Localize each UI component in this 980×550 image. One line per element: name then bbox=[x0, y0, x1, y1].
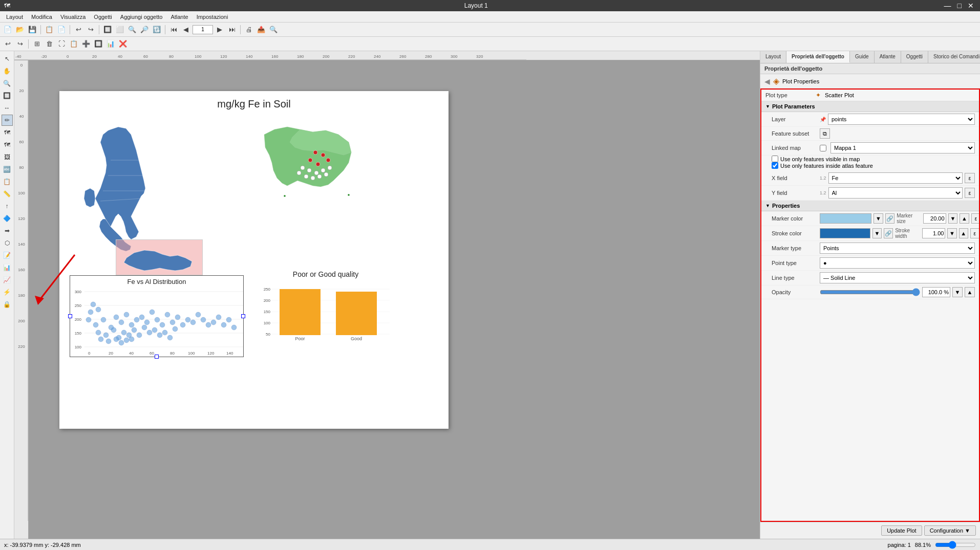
marker-type-select[interactable]: Points bbox=[820, 243, 975, 254]
marker-color-dropdown[interactable]: ▼ bbox=[874, 213, 883, 224]
add-node-tool[interactable]: ⬡ bbox=[2, 237, 13, 249]
tab-layout[interactable]: Layout bbox=[760, 51, 786, 63]
add-html-tool[interactable]: 📝 bbox=[2, 250, 13, 261]
x-field-select[interactable]: Fe bbox=[828, 172, 963, 184]
stroke-width-expr[interactable]: ε bbox=[970, 228, 979, 238]
layer-select[interactable]: points bbox=[828, 114, 975, 125]
tab-atlante[interactable]: Atlante bbox=[875, 51, 901, 63]
opacity-dec[interactable]: ▼ bbox=[952, 287, 963, 297]
add-scalebar-tool[interactable]: 📏 bbox=[2, 188, 13, 200]
add-northarrow-tool[interactable]: ↑ bbox=[2, 201, 13, 212]
redo-button[interactable]: ↪ bbox=[85, 24, 96, 35]
add-attribute-table-tool[interactable]: 📊 bbox=[2, 262, 13, 273]
opacity-inc[interactable]: ▲ bbox=[965, 287, 975, 297]
atlas-feature-checkbox[interactable] bbox=[772, 162, 778, 169]
move-content-tool[interactable]: ↔ bbox=[2, 102, 13, 114]
zoom-full-button[interactable]: 🔲 bbox=[102, 24, 113, 35]
align-button[interactable]: ➕ bbox=[80, 38, 92, 50]
menu-oggetti[interactable]: Oggetti bbox=[90, 13, 116, 21]
menu-aggiungi[interactable]: Aggiungi oggetto bbox=[116, 13, 167, 21]
print-button[interactable]: 🖨 bbox=[243, 24, 254, 35]
group-button[interactable]: ⊞ bbox=[31, 38, 42, 50]
zoom-layer-button[interactable]: ⬜ bbox=[114, 24, 125, 35]
add-3dmap-tool[interactable]: 🗺 bbox=[2, 139, 13, 150]
atlas-prev-button[interactable]: ◀ bbox=[180, 24, 191, 35]
update-plot-button[interactable]: Update Plot bbox=[881, 525, 922, 536]
open-button[interactable]: 📂 bbox=[14, 24, 26, 35]
tab-oggetti[interactable]: Oggetti bbox=[901, 51, 928, 63]
add-label-tool[interactable]: 🔤 bbox=[2, 164, 13, 175]
zoom-in-button[interactable]: 🔎 bbox=[139, 24, 150, 35]
canvas-scroll[interactable]: mg/kg Fe in Soil bbox=[29, 60, 760, 539]
linked-map-checkbox[interactable] bbox=[820, 145, 826, 151]
back-arrow-icon[interactable]: ◀ bbox=[764, 77, 770, 85]
lock-button[interactable]: 📊 bbox=[105, 38, 116, 50]
zoom-select-button[interactable]: 🔍 bbox=[126, 24, 138, 35]
add-elevation-tool[interactable]: ⚡ bbox=[2, 287, 13, 298]
maximize-button[interactable]: □ bbox=[955, 2, 964, 10]
stroke-color-link[interactable]: 🔗 bbox=[884, 228, 893, 238]
menu-layout[interactable]: Layout bbox=[2, 13, 27, 21]
stroke-width-dec[interactable]: ▼ bbox=[947, 228, 956, 238]
new-button[interactable]: 📄 bbox=[2, 24, 13, 35]
menu-modifica[interactable]: Modifica bbox=[27, 13, 56, 21]
feature-subset-btn[interactable]: ⧉ bbox=[820, 128, 830, 139]
zoom-slider[interactable] bbox=[935, 541, 976, 549]
stroke-width-input[interactable]: 1.00 bbox=[922, 228, 945, 238]
linked-map-select[interactable]: Mappa 1 bbox=[830, 142, 975, 153]
close-path-tool[interactable]: 🔒 bbox=[2, 299, 13, 310]
save-button[interactable]: 💾 bbox=[27, 24, 38, 35]
marker-color-btn[interactable] bbox=[820, 213, 871, 224]
ungroup-button[interactable]: 🗑 bbox=[44, 38, 55, 50]
x-field-expr-btn[interactable]: ε bbox=[965, 173, 975, 183]
marker-size-inc[interactable]: ▲ bbox=[960, 213, 969, 224]
atlas-last-button[interactable]: ⏭ bbox=[226, 24, 238, 35]
y-field-select[interactable]: Al bbox=[828, 187, 963, 199]
scatter-handle-left[interactable] bbox=[68, 314, 72, 318]
visible-in-map-checkbox[interactable] bbox=[772, 156, 778, 162]
select-tool[interactable]: ↖ bbox=[2, 53, 13, 64]
atlas-next-button[interactable]: ▶ bbox=[214, 24, 225, 35]
scatter-plot-container[interactable]: Fe vs Al Distribution 300 250 200 150 10… bbox=[70, 275, 244, 357]
line-type-select[interactable]: — Solid Line bbox=[820, 272, 975, 283]
delete-button[interactable]: ❌ bbox=[117, 38, 129, 50]
atlas-first-button[interactable]: ⏮ bbox=[168, 24, 179, 35]
stroke-color-btn[interactable] bbox=[820, 228, 870, 238]
zoom-tool[interactable]: 🔍 bbox=[2, 78, 13, 89]
marker-size-expr[interactable]: ε bbox=[971, 213, 980, 224]
undo-button[interactable]: ↩ bbox=[73, 24, 84, 35]
distribute-button[interactable]: 🔲 bbox=[93, 38, 104, 50]
tab-guide[interactable]: Guide bbox=[850, 51, 875, 63]
add-map-tool[interactable]: 🗺 bbox=[2, 127, 13, 138]
add-shape-tool[interactable]: 🔷 bbox=[2, 213, 13, 224]
select-features-tool[interactable]: 🔲 bbox=[2, 90, 13, 101]
section-plot-parameters[interactable]: ▼ Plot Parameters bbox=[761, 101, 979, 112]
raise-button[interactable]: ⛶ bbox=[56, 38, 67, 50]
marker-size-input[interactable]: 20.00 bbox=[923, 213, 946, 224]
opacity-slider[interactable] bbox=[820, 288, 920, 296]
add-legend-tool[interactable]: 📋 bbox=[2, 176, 13, 187]
menu-impostazioni[interactable]: Impostazioni bbox=[193, 13, 232, 21]
marker-color-link[interactable]: 🔗 bbox=[885, 213, 895, 224]
minimize-button[interactable]: — bbox=[942, 2, 953, 10]
select-all-button[interactable]: ↩ bbox=[2, 38, 13, 50]
page-setup-button[interactable]: 📄 bbox=[56, 24, 67, 35]
add-image-tool[interactable]: 🖼 bbox=[2, 151, 13, 163]
deselect-button[interactable]: ↪ bbox=[14, 38, 26, 50]
lower-button[interactable]: 📋 bbox=[68, 38, 79, 50]
scatter-handle-bottom[interactable] bbox=[155, 355, 159, 359]
stroke-color-dropdown[interactable]: ▼ bbox=[872, 228, 882, 238]
section-properties[interactable]: ▼ Properties bbox=[761, 201, 979, 211]
tab-storico[interactable]: Storico dei Comandi bbox=[928, 51, 980, 63]
stroke-width-inc[interactable]: ▲ bbox=[959, 228, 968, 238]
region-map[interactable] bbox=[254, 119, 367, 222]
y-field-expr-btn[interactable]: ε bbox=[965, 188, 975, 198]
menu-visualizza[interactable]: Visualizza bbox=[56, 13, 90, 21]
refresh-button[interactable]: 🔃 bbox=[151, 24, 162, 35]
zoom-reset-button[interactable]: 🔍 bbox=[268, 24, 279, 35]
add-arrow-tool[interactable]: ➡ bbox=[2, 225, 13, 236]
opacity-input[interactable]: 100.0 % bbox=[922, 287, 950, 297]
pan-tool[interactable]: ✋ bbox=[2, 65, 13, 77]
configuration-button[interactable]: Configuration ▼ bbox=[924, 525, 976, 536]
tab-properties[interactable]: Proprietà dell'oggetto bbox=[786, 51, 850, 63]
